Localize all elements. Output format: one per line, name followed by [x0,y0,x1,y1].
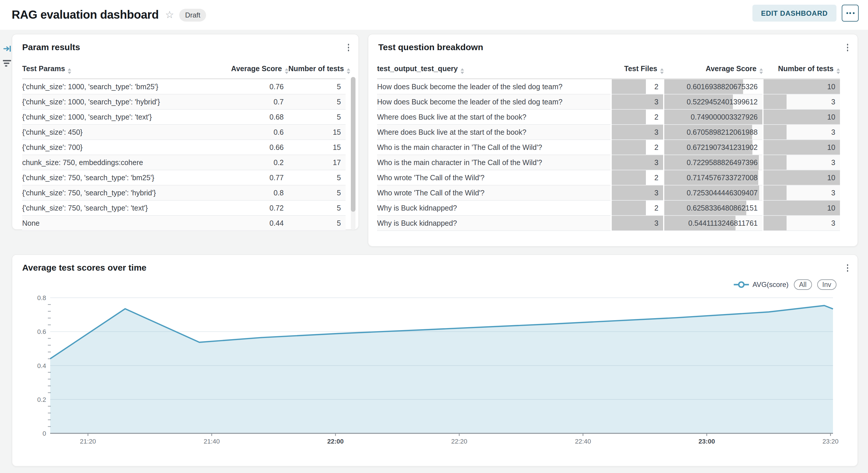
page-title: RAG evaluation dashboard [12,8,159,22]
svg-text:22:00: 22:00 [327,438,343,445]
tests-cell: 5 [288,79,346,94]
param-cell: {'chunk_size': 1000, 'search_type': 'hyb… [22,94,219,109]
tests-cell: 10 [763,200,840,215]
svg-text:0.6: 0.6 [37,328,46,335]
table-row[interactable]: Who is the main character in 'The Call o… [377,140,840,155]
legend-label: AVG(score) [752,280,788,289]
files-cell: 3 [611,94,664,109]
sort-icon[interactable] [285,68,288,74]
chart-plot[interactable]: 00.20.40.60.821:2021:4022:0022:2022:4023… [12,255,859,467]
table-row[interactable]: Who wrote 'The Call of the Wild'?20.7174… [377,170,840,185]
tests-cell: 10 [763,140,840,155]
score-cell: 0.749000003327926 [664,109,763,125]
table-row[interactable]: {'chunk_size': 750, 'search_type': 'bm25… [22,170,346,185]
legend-item-avg-score[interactable]: AVG(score) [734,280,788,289]
score-cell: 0.8 [219,185,288,200]
table-scrollbar[interactable] [351,77,355,230]
scrollbar-thumb[interactable] [351,77,355,211]
param-cell: {'chunk_size': 1000, 'search_type': 'tex… [22,109,219,125]
dashboard-page: RAG evaluation dashboard ☆ Draft EDIT DA… [0,0,868,473]
tests-cell: 15 [288,125,346,140]
score-cell: 0.7253044446309407 [664,185,763,200]
column-header-test-files[interactable]: Test Files [611,64,664,79]
svg-text:0.4: 0.4 [37,362,46,369]
card-title: Test question breakdown [378,42,483,52]
more-options-button[interactable] [842,5,859,22]
param-results-tbody: {'chunk_size': 1000, 'search_type': 'bm2… [22,79,346,231]
tests-cell: 5 [288,185,346,200]
column-header-number-of-tests[interactable]: Number of tests [763,64,840,79]
status-badge: Draft [179,8,206,21]
table-row[interactable]: {'chunk_size': 1000, 'search_type': 'hyb… [22,94,346,109]
tests-cell: 3 [763,185,840,200]
table-row[interactable]: {'chunk_size': 1000, 'search_type': 'tex… [22,109,346,125]
table-row[interactable]: chunk_size: 750, embeddings:cohere0.217 [22,155,346,170]
table-row[interactable]: Where does Buck live at the start of the… [377,109,840,125]
line-circle-marker-icon [734,281,749,288]
table-row[interactable]: How does Buck become the leader of the s… [377,79,840,94]
table-row[interactable]: How does Buck become the leader of the s… [377,94,840,109]
param-results-table: Test Params Average Score Number of test… [22,64,346,231]
edit-dashboard-button[interactable]: EDIT DASHBOARD [752,5,836,22]
param-cell: {'chunk_size': 750, 'search_type': 'text… [22,200,219,215]
column-header-number-of-tests[interactable]: Number of tests [288,64,346,79]
table-header-row: test_output_test_query Test Files Averag… [377,64,840,79]
score-cell: 0.6721907341231902 [664,140,763,155]
tests-cell: 10 [763,170,840,185]
table-row[interactable]: None0.445 [22,215,346,231]
files-cell: 2 [611,109,664,125]
svg-text:0: 0 [42,430,46,437]
sort-icon[interactable] [760,68,763,74]
tests-cell: 10 [763,109,840,125]
tests-cell: 3 [763,155,840,170]
filter-button[interactable] [2,58,12,68]
svg-text:21:40: 21:40 [204,438,220,445]
table-row[interactable]: {'chunk_size': 750, 'search_type': 'text… [22,200,346,215]
score-cell: 0.7 [219,94,288,109]
table-row[interactable]: {'chunk_size': 450}0.615 [22,125,346,140]
tests-cell: 15 [288,140,346,155]
tests-cell: 5 [288,94,346,109]
sort-icon[interactable] [660,68,664,74]
table-row[interactable]: {'chunk_size': 700}0.6615 [22,140,346,155]
sort-icon[interactable] [68,68,71,74]
column-header-test-query[interactable]: test_output_test_query [377,64,611,79]
collapse-panel-button[interactable] [2,43,12,54]
query-cell: Who is the main character in 'The Call o… [377,140,611,155]
param-cell: {'chunk_size': 750, 'search_type': 'hybr… [22,185,219,200]
param-cell: {'chunk_size': 1000, 'search_type': 'bm2… [22,79,219,94]
query-cell: How does Buck become the leader of the s… [377,79,611,94]
table-row[interactable]: {'chunk_size': 1000, 'search_type': 'bm2… [22,79,346,94]
table-row[interactable]: {'chunk_size': 750, 'search_type': 'hybr… [22,185,346,200]
query-cell: Why is Buck kidnapped? [377,200,611,215]
panel-collapse-right-icon [3,44,11,53]
query-cell: Where does Buck live at the start of the… [377,125,611,140]
top-bar: RAG evaluation dashboard ☆ Draft EDIT DA… [0,0,868,30]
score-cell: 0.68 [219,109,288,125]
column-header-test-params[interactable]: Test Params [22,64,219,79]
column-header-average-score[interactable]: Average Score [664,64,763,79]
card-title: Param results [22,42,80,52]
files-cell: 3 [611,125,664,140]
param-cell: None [22,215,219,231]
score-cell: 0.66 [219,140,288,155]
table-row[interactable]: Who is the main character in 'The Call o… [377,155,840,170]
card-menu-button[interactable] [845,42,849,52]
sort-icon[interactable] [461,68,464,74]
sort-icon[interactable] [836,68,840,74]
table-row[interactable]: Where does Buck live at the start of the… [377,125,840,140]
table-row[interactable]: Why is Buck kidnapped?30.544111324681176… [377,215,840,231]
column-header-average-score[interactable]: Average Score [219,64,288,79]
legend-inv-button[interactable]: Inv [817,279,836,290]
tests-cell: 3 [763,94,840,109]
score-cell: 0.44 [219,215,288,231]
score-cell: 0.6258336480862151 [664,200,763,215]
card-menu-button[interactable] [346,42,350,52]
sort-icon[interactable] [347,68,350,74]
tests-cell: 5 [288,170,346,185]
svg-text:23:20: 23:20 [823,438,839,445]
table-row[interactable]: Who wrote 'The Call of the Wild'?30.7253… [377,185,840,200]
legend-all-button[interactable]: All [794,279,812,290]
table-row[interactable]: Why is Buck kidnapped?20.625833648086215… [377,200,840,215]
star-icon[interactable]: ☆ [165,10,174,20]
